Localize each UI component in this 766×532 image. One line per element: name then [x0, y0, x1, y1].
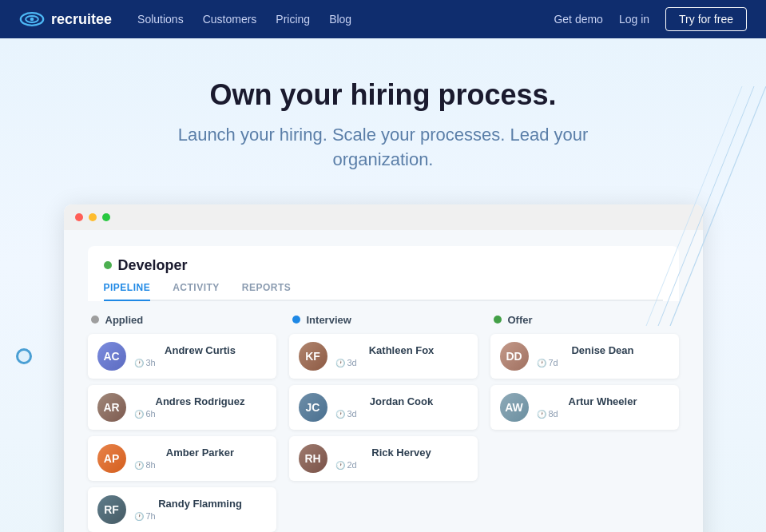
card-andres: AR Andres Rodriguez 🕐 6h [88, 385, 276, 430]
clock-icon: 🕐 [134, 512, 144, 521]
col-dot-offer [494, 316, 502, 324]
card-name-randy: Randy Flamming [134, 498, 267, 510]
card-name-andrew: Andrew Curtis [134, 344, 267, 356]
col-title-interview: Interview [307, 314, 351, 326]
job-tabs: PIPELINE ACTIVITY REPORTS [104, 282, 663, 301]
browser-mockup: Developer PIPELINE ACTIVITY REPORTS Ap [16, 204, 750, 532]
nav-links: Solutions Customers Pricing Blog [137, 13, 554, 26]
avatar-denise: DD [500, 342, 529, 371]
card-time-denise: 🕐 7d [537, 358, 669, 367]
job-title-row: Developer [104, 257, 663, 274]
col-header-offer: Offer [490, 314, 679, 326]
col-header-applied: Applied [88, 314, 276, 326]
hero-headline: Own your hiring process. [16, 78, 750, 112]
col-title-applied: Applied [105, 314, 144, 326]
card-name-andres: Andres Rodriguez [134, 395, 267, 407]
clock-icon: 🕐 [134, 410, 144, 419]
col-dot-interview [292, 316, 300, 324]
logo[interactable]: recruitee [19, 10, 112, 28]
card-info-amber: Amber Parker 🕐 8h [134, 447, 267, 470]
card-name-amber: Amber Parker [134, 447, 267, 459]
card-kathleen: KF Kathleen Fox 🕐 3d [289, 334, 478, 379]
card-name-artur: Artur Wheeler [537, 395, 669, 407]
card-artur: AW Artur Wheeler 🕐 8d [490, 385, 679, 430]
avatar-artur: AW [500, 393, 529, 422]
card-andrew: AC Andrew Curtis 🕐 3h [88, 334, 276, 379]
try-for-free-button[interactable]: Try for free [665, 7, 747, 31]
browser-content: Developer PIPELINE ACTIVITY REPORTS Ap [64, 230, 703, 532]
card-info-jordan: Jordan Cook 🕐 3d [335, 395, 468, 419]
avatar-rick: RH [299, 444, 327, 473]
browser-dot-red [75, 213, 83, 221]
card-info-randy: Randy Flamming 🕐 7h [134, 498, 267, 521]
card-denise: DD Denise Dean 🕐 7d [490, 334, 679, 379]
card-name-jordan: Jordan Cook [335, 395, 468, 407]
card-time-andrew: 🕐 3h [134, 358, 267, 367]
nav-solutions[interactable]: Solutions [137, 13, 184, 26]
card-rick: RH Rick Hervey 🕐 2d [289, 436, 478, 481]
card-time-randy: 🕐 7h [134, 511, 267, 521]
col-header-interview: Interview [289, 314, 478, 326]
avatar-andrew: AC [97, 342, 126, 371]
avatar-amber: AP [97, 444, 126, 473]
card-time-andres: 🕐 6h [134, 409, 267, 419]
nav-blog[interactable]: Blog [329, 13, 351, 26]
avatar-randy: RF [97, 495, 126, 524]
card-time-kathleen: 🕐 3d [335, 358, 468, 367]
avatar-andres: AR [97, 393, 126, 422]
col-title-offer: Offer [508, 314, 533, 326]
card-info-artur: Artur Wheeler 🕐 8d [537, 395, 669, 419]
card-time-amber: 🕐 8h [134, 460, 267, 470]
card-info-kathleen: Kathleen Fox 🕐 3d [335, 344, 468, 367]
col-dot-applied [91, 316, 99, 324]
avatar-jordan: JC [299, 393, 327, 422]
clock-icon: 🕐 [537, 410, 546, 419]
clock-icon: 🕐 [134, 461, 144, 470]
browser-dot-yellow [89, 213, 97, 221]
browser-window: Developer PIPELINE ACTIVITY REPORTS Ap [64, 204, 703, 532]
column-applied: Applied AC Andrew Curtis 🕐 3h [88, 314, 276, 532]
nav-pricing[interactable]: Pricing [276, 13, 310, 26]
svg-point-2 [30, 18, 34, 22]
log-in-link[interactable]: Log in [619, 13, 649, 26]
hero-section: Own your hiring process. Launch your hir… [0, 38, 766, 532]
clock-icon: 🕐 [335, 359, 345, 367]
card-name-rick: Rick Hervey [335, 447, 468, 459]
card-time-artur: 🕐 8d [537, 409, 669, 419]
card-info-andres: Andres Rodriguez 🕐 6h [134, 395, 267, 419]
clock-icon: 🕐 [335, 461, 345, 470]
clock-icon: 🕐 [537, 359, 546, 367]
deco-circle [16, 348, 32, 364]
nav-right: Get demo Log in Try for free [554, 7, 747, 31]
tab-pipeline[interactable]: PIPELINE [104, 282, 151, 301]
tab-reports[interactable]: REPORTS [242, 282, 292, 300]
card-name-denise: Denise Dean [537, 344, 669, 356]
kanban-columns: Applied AC Andrew Curtis 🕐 3h [88, 301, 679, 532]
logo-text: recruitee [51, 11, 112, 28]
nav-customers[interactable]: Customers [203, 13, 257, 26]
card-jordan: JC Jordan Cook 🕐 3d [289, 385, 478, 430]
navbar: recruitee Solutions Customers Pricing Bl… [0, 0, 766, 38]
card-info-denise: Denise Dean 🕐 7d [537, 344, 669, 367]
job-status-dot [104, 261, 112, 269]
card-time-jordan: 🕐 3d [335, 409, 468, 419]
hero-subheadline: Launch your hiring. Scale your processes… [144, 123, 623, 173]
card-info-rick: Rick Hervey 🕐 2d [335, 447, 468, 470]
browser-dot-green [102, 213, 110, 221]
avatar-kathleen: KF [299, 342, 327, 371]
clock-icon: 🕐 [335, 410, 345, 419]
card-info-andrew: Andrew Curtis 🕐 3h [134, 344, 267, 367]
browser-bar [64, 204, 703, 230]
column-interview: Interview KF Kathleen Fox 🕐 3d [289, 314, 478, 532]
card-time-rick: 🕐 2d [335, 460, 468, 470]
card-randy: RF Randy Flamming 🕐 7h [88, 487, 276, 532]
clock-icon: 🕐 [134, 359, 144, 367]
column-offer: Offer DD Denise Dean 🕐 7d [490, 314, 679, 532]
job-title: Developer [118, 257, 188, 274]
card-amber: AP Amber Parker 🕐 8h [88, 436, 276, 481]
card-name-kathleen: Kathleen Fox [335, 344, 468, 356]
tab-activity[interactable]: ACTIVITY [173, 282, 220, 300]
job-header: Developer PIPELINE ACTIVITY REPORTS [88, 246, 679, 301]
get-demo-link[interactable]: Get demo [554, 13, 602, 26]
